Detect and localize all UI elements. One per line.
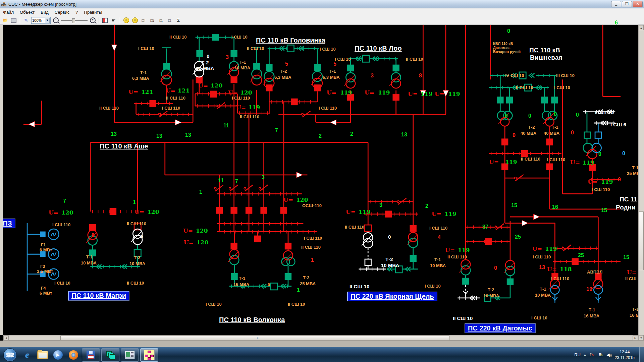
schematic-canvas[interactable]: ПС 110 кВ ГоловинкаII СШ 10I СШ 10I СШ 1…: [0, 25, 644, 341]
scheme-label: 0: [528, 113, 531, 119]
scheme-label: 11: [218, 178, 224, 184]
scheme-label: U=: [408, 91, 418, 97]
zoom-combobox[interactable]: 100%▼: [31, 17, 51, 24]
show-desktop-button[interactable]: [639, 347, 644, 362]
substation-title: Родни: [616, 204, 636, 211]
print-icon[interactable]: [10, 17, 17, 24]
scheme-label: 3,5 МВт: [37, 269, 53, 274]
zoom-in-icon[interactable]: +: [89, 17, 96, 24]
substation-title: ПС 110 кВ: [529, 47, 560, 54]
scheme-label: 119: [444, 211, 457, 217]
scheme-label: 11: [223, 123, 229, 129]
viewer-app-button[interactable]: [121, 348, 139, 362]
status-bar: [0, 341, 644, 347]
box-arrow-dot-icon[interactable]: □,: [157, 17, 165, 24]
menu-item-[interactable]: ?: [72, 9, 81, 15]
scheme-label: U=: [228, 90, 238, 96]
pan-hand-icon[interactable]: ☛: [110, 17, 117, 24]
scheme-label: I СШ 10: [54, 281, 70, 286]
menu-item-Файл[interactable]: Файл: [0, 9, 17, 15]
scheme-label: II СШ 10: [453, 316, 473, 321]
vscroll-thumb[interactable]: [639, 212, 644, 270]
menu-item-Править[interactable]: Править!: [81, 9, 105, 15]
scheme-label: Т-1: [239, 60, 246, 65]
hscroll-thumb[interactable]: ⁞⁞: [60, 336, 449, 340]
shapes-app-button[interactable]: [101, 348, 119, 362]
scroll-down-icon[interactable]: ▼: [639, 335, 644, 340]
scheme-label: 119: [545, 246, 557, 252]
scheme-label: U=: [135, 209, 144, 215]
title-bar: СЭС - Менеджер схем [просмотр] _ ❐ ✕: [0, 0, 644, 8]
menu-item-Объект[interactable]: Объект: [17, 9, 38, 15]
scheme-label: II СШ 10: [288, 302, 305, 307]
scheme-label: Г1: [41, 243, 46, 247]
scheme-label: U=: [49, 210, 58, 216]
scheme-label: 0: [505, 113, 508, 119]
open-icon[interactable]: 📂: [1, 17, 9, 24]
scheme-label: II СШ 110: [301, 245, 321, 250]
scheme-label: II СШ 10: [406, 57, 423, 62]
volume-icon[interactable]: ◀)): [606, 352, 612, 357]
firefox-icon[interactable]: [67, 349, 80, 361]
zoom-out-icon[interactable]: −: [52, 17, 59, 24]
horizontal-scrollbar[interactable]: ◄ ⁞⁞ ►: [3, 335, 638, 341]
tray-expand-icon[interactable]: ▲: [584, 353, 586, 356]
minimize-button[interactable]: _: [611, 1, 621, 7]
scheme-label: I СШ 10: [138, 46, 154, 51]
scroll-left-icon[interactable]: ◄: [3, 336, 9, 340]
internet-explorer-icon[interactable]: e: [20, 349, 34, 361]
scheme-label: 16 МВА: [584, 314, 599, 318]
scheme-label: I СШ 10: [335, 57, 351, 62]
box-arrow-up-icon[interactable]: □↑: [140, 17, 147, 24]
app-icon: [1, 2, 6, 7]
smiley-icon[interactable]: ☺: [131, 17, 139, 24]
language-indicator[interactable]: RU: [574, 352, 581, 357]
scheme-label: 10 МВА: [381, 263, 399, 268]
scheme-label: II СШ 10: [127, 281, 144, 286]
scheme-label: U=: [183, 228, 193, 234]
scheme-label: III СШ 10: [556, 73, 575, 78]
zoom-slider[interactable]: [61, 17, 88, 23]
scheme-label: U=: [489, 159, 499, 165]
scheme-report-icon[interactable]: [101, 17, 109, 24]
clock[interactable]: 12:44 23.11.2015: [615, 349, 637, 360]
scheme-label: U=: [198, 83, 208, 89]
menu-item-Сервис[interactable]: Сервис: [52, 9, 73, 15]
edit-pencil-icon[interactable]: ✎: [22, 17, 30, 24]
floppy-app-button[interactable]: [82, 348, 100, 362]
scheme-label: II СШ 110: [240, 115, 259, 119]
maximize-button[interactable]: ❐: [622, 1, 632, 7]
windows-explorer-icon[interactable]: [36, 349, 49, 361]
scheme-label: 6: [615, 20, 618, 26]
ses-scheme-app-button[interactable]: [140, 348, 158, 362]
scheme-label: 0: [268, 283, 270, 287]
power-warning-icon[interactable]: 🖥⚠: [598, 352, 603, 357]
scheme-label: 120: [197, 240, 209, 246]
scheme-label: 119: [378, 90, 390, 96]
scheme-label: Дагомыс-: [493, 46, 511, 50]
sum-icon[interactable]: Σ: [175, 17, 182, 24]
network-status-icon[interactable]: ⚐✕: [589, 352, 595, 357]
start-button[interactable]: [3, 348, 17, 362]
scheme-label: 120: [196, 228, 208, 234]
smiley-icon[interactable]: ☺: [122, 17, 130, 24]
menu-item-Вид[interactable]: Вид: [38, 9, 52, 15]
scheme-label: U=: [532, 246, 542, 252]
scheme-label: U=: [346, 209, 356, 215]
scheme-label: Т-1: [140, 70, 147, 75]
scroll-up-icon[interactable]: ▲: [639, 25, 644, 30]
scheme-label: Т-1: [239, 276, 246, 281]
scheme-label: 1: [311, 257, 314, 263]
scheme-label: Т-1: [434, 257, 441, 262]
box-arrow-dot2-icon[interactable]: □.: [166, 17, 173, 24]
scheme-label: 120: [211, 83, 223, 89]
media-player-icon[interactable]: ▶: [51, 349, 65, 361]
scheme-label: U=: [283, 197, 293, 203]
scheme-label: 0: [513, 133, 516, 138]
box-arrow-down-icon[interactable]: □↓: [149, 17, 156, 24]
close-button[interactable]: ✕: [633, 1, 643, 7]
vertical-scrollbar[interactable]: ▲ ▼: [638, 25, 644, 341]
scroll-right-icon[interactable]: ►: [633, 336, 638, 340]
substation-title: ПС 110 кВ Аше: [100, 143, 148, 150]
scheme-label: 0: [618, 177, 621, 183]
